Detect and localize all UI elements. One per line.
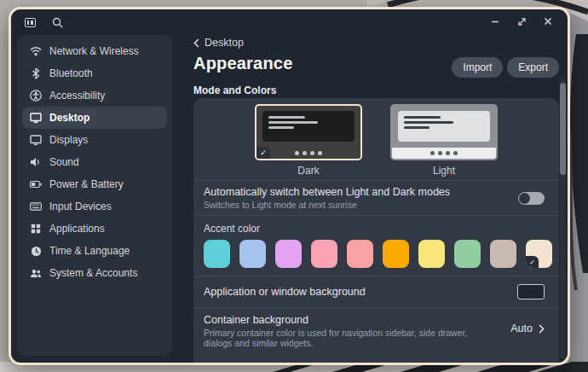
- settings-app-icon[interactable]: [23, 15, 37, 29]
- scrollbar-thumb[interactable]: [560, 83, 566, 175]
- section-heading: Mode and Colors: [193, 84, 559, 96]
- light-mode-preview: [390, 104, 498, 160]
- desktop-icon: [30, 112, 42, 124]
- sidebar-item-applications[interactable]: Applications: [22, 218, 167, 240]
- accent-swatch-orange[interactable]: [383, 240, 409, 268]
- back-button[interactable]: Desktop: [193, 37, 253, 49]
- accent-color-row: Accent color ✓: [193, 216, 559, 276]
- export-button[interactable]: Export: [507, 57, 559, 78]
- close-icon[interactable]: [540, 14, 556, 29]
- chevron-left-icon: [193, 38, 199, 48]
- clock-icon: [30, 245, 42, 257]
- sidebar-item-desktop[interactable]: Desktop: [22, 107, 167, 129]
- sidebar-item-system-accounts[interactable]: System & Accounts: [22, 262, 167, 284]
- mode-and-colors-card: ✓ Dark: [193, 98, 559, 363]
- container-background-row[interactable]: Container background Primary container c…: [193, 308, 559, 354]
- sidebar-item-power-battery[interactable]: Power & Battery: [22, 173, 167, 195]
- sidebar-item-accessibility[interactable]: Accessibility: [22, 84, 167, 107]
- settings-sidebar: Network & Wireless Bluetooth Accessibili…: [17, 35, 172, 356]
- auto-switch-toggle[interactable]: [518, 192, 545, 205]
- titlebar: [11, 9, 568, 35]
- sidebar-item-label: Sound: [49, 156, 79, 168]
- sidebar-item-label: Power & Battery: [49, 178, 124, 190]
- app-background-swatch[interactable]: [517, 284, 545, 299]
- container-background-title: Container background: [204, 314, 498, 326]
- accent-swatch-yellow[interactable]: [418, 240, 445, 268]
- selected-check-icon: ✓: [257, 147, 270, 159]
- sidebar-item-time-language[interactable]: Time & Language: [22, 240, 167, 262]
- auto-switch-row: Automatically switch between Light and D…: [193, 181, 559, 215]
- chevron-right-icon: [539, 324, 545, 334]
- sidebar-item-network-wireless[interactable]: Network & Wireless: [22, 40, 167, 62]
- wifi-icon: [30, 45, 42, 57]
- accent-swatch-taupe[interactable]: [490, 240, 516, 268]
- sidebar-item-label: Network & Wireless: [49, 45, 139, 57]
- minimize-button[interactable]: [487, 14, 503, 29]
- desktop: Network & Wireless Bluetooth Accessibili…: [0, 0, 588, 372]
- app-grid-icon: [30, 223, 42, 235]
- auto-switch-subtitle: Switches to Light mode at next sunrise: [204, 200, 450, 210]
- sidebar-item-bluetooth[interactable]: Bluetooth: [22, 62, 167, 84]
- light-mode-label: Light: [433, 165, 455, 177]
- sidebar-item-label: System & Accounts: [49, 267, 137, 279]
- container-background-subtitle: Primary container color is used for navi…: [204, 328, 498, 348]
- appearance-page: Desktop Appearance Import Export Mode an…: [193, 35, 559, 363]
- accent-swatch-blue[interactable]: [239, 240, 266, 268]
- bluetooth-icon: [30, 67, 42, 79]
- accent-swatches: ✓: [204, 240, 559, 268]
- speaker-icon: [30, 156, 42, 168]
- users-icon: [30, 267, 42, 279]
- import-button[interactable]: Import: [452, 57, 503, 78]
- accent-swatch-pink[interactable]: [311, 240, 337, 268]
- auto-switch-title: Automatically switch between Light and D…: [204, 186, 450, 198]
- sidebar-item-label: Accessibility: [49, 90, 105, 102]
- search-icon[interactable]: [50, 15, 64, 29]
- sidebar-item-label: Time & Language: [49, 245, 130, 257]
- accent-swatch-green[interactable]: [454, 240, 481, 268]
- maximize-button[interactable]: [514, 14, 529, 29]
- sidebar-item-label: Bluetooth: [49, 67, 93, 79]
- accent-swatch-salmon[interactable]: [347, 240, 373, 268]
- selected-check-icon: ✓: [526, 256, 539, 268]
- sidebar-item-displays[interactable]: Displays: [22, 129, 167, 151]
- accessibility-icon: [30, 90, 42, 102]
- sidebar-item-input-devices[interactable]: Input Devices: [22, 195, 167, 218]
- accent-color-label: Accent color: [204, 223, 549, 235]
- sidebar-item-sound[interactable]: Sound: [22, 151, 167, 173]
- dark-mode-option[interactable]: ✓ Dark: [255, 104, 362, 180]
- light-mode-option[interactable]: Light: [390, 104, 498, 180]
- dark-mode-label: Dark: [297, 165, 319, 177]
- container-background-value[interactable]: Auto: [510, 323, 545, 334]
- accent-swatch-purple[interactable]: [275, 240, 302, 268]
- battery-icon: [30, 178, 42, 190]
- sidebar-item-label: Desktop: [49, 112, 89, 124]
- app-background-row: Application or window background: [193, 276, 559, 307]
- sidebar-item-label: Applications: [49, 223, 105, 235]
- mode-picker: ✓ Dark: [193, 98, 559, 180]
- accent-swatch-cream-selected[interactable]: ✓: [526, 240, 552, 268]
- app-background-label: Application or window background: [204, 286, 366, 298]
- scrollbar-track[interactable]: [560, 78, 566, 359]
- sidebar-item-label: Displays: [49, 134, 88, 146]
- sidebar-item-label: Input Devices: [49, 201, 112, 212]
- back-label: Desktop: [205, 37, 244, 49]
- accent-swatch-cyan[interactable]: [204, 240, 230, 268]
- keyboard-icon: [30, 201, 42, 212]
- settings-window: Network & Wireless Bluetooth Accessibili…: [9, 7, 570, 365]
- dark-mode-preview: ✓: [255, 104, 362, 160]
- display-icon: [30, 134, 42, 146]
